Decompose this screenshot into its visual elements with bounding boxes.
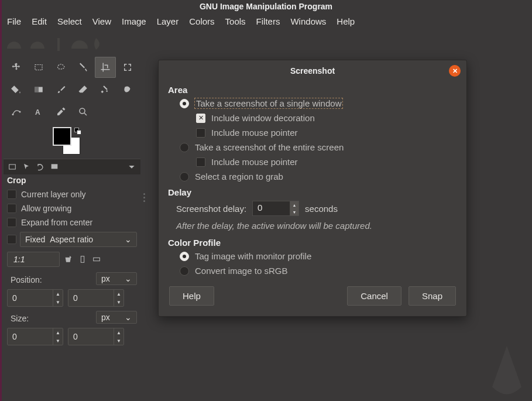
spin-up-icon[interactable]: ▲	[114, 290, 123, 298]
dock-menu-icon[interactable]	[126, 162, 137, 172]
tab-tool-options-icon[interactable]	[7, 162, 18, 172]
tool-unified-transform[interactable]	[117, 57, 138, 78]
close-button[interactable]: ✕	[449, 65, 461, 77]
opt-include-decoration[interactable]: ✕ Include window decoration	[159, 111, 466, 125]
size-unit-combo[interactable]: px ⌄	[96, 311, 137, 324]
tool-color-picker[interactable]	[50, 101, 71, 122]
menu-windows[interactable]: Windows	[290, 16, 326, 26]
size-h-spinner[interactable]: 0 ▲▼	[68, 328, 124, 345]
delay-label: Screenshot delay:	[176, 204, 246, 214]
position-y-value: 0	[68, 293, 114, 303]
help-button[interactable]: Help	[169, 286, 214, 306]
combo-fixed-mode: Aspect ratio	[50, 235, 93, 244]
menu-edit[interactable]: Edit	[32, 16, 47, 26]
spin-up-icon[interactable]: ▲	[290, 201, 298, 208]
opt-include-pointer-2[interactable]: Include mouse pointer	[159, 155, 466, 169]
svg-point-8	[80, 108, 85, 114]
spin-down-icon[interactable]: ▼	[53, 337, 63, 345]
tool-fuzzy-select[interactable]	[73, 57, 94, 78]
fg-color-swatch[interactable]	[54, 128, 70, 145]
opt-single-window[interactable]: Take a screenshot of a single window	[159, 96, 466, 111]
opt-select-region[interactable]: Select a region to grab	[159, 169, 466, 184]
clear-icon[interactable]	[63, 254, 74, 265]
opt-convert-srgb[interactable]: Convert image to sRGB	[159, 263, 466, 278]
size-w-spinner[interactable]: 0 ▲▼	[7, 328, 63, 345]
tool-paintbrush[interactable]	[50, 79, 71, 100]
snap-button[interactable]: Snap	[409, 286, 456, 306]
tool-clone[interactable]	[95, 79, 116, 100]
opt-include-pointer-1[interactable]: Include mouse pointer	[159, 125, 466, 140]
checkbox-icon[interactable]	[7, 190, 16, 199]
color-profile-heading: Color Profile	[159, 234, 466, 249]
tool-free-select[interactable]	[50, 57, 71, 78]
screenshot-dialog: Screenshot ✕ Area Take a screenshot of a…	[158, 60, 467, 317]
portrait-icon[interactable]	[77, 254, 88, 265]
delay-hint: After the delay, the active window will …	[159, 218, 466, 234]
tab-images-icon[interactable]	[49, 162, 60, 172]
tool-move[interactable]	[6, 57, 27, 78]
opt-fixed-checkbox[interactable]	[7, 235, 16, 244]
size-label: Size:	[7, 310, 92, 324]
spin-down-icon[interactable]: ▼	[53, 298, 63, 306]
checkbox-icon[interactable]	[196, 128, 205, 138]
menu-view[interactable]: View	[92, 16, 111, 26]
tool-rect-select[interactable]	[28, 57, 49, 78]
checkbox-icon[interactable]	[196, 157, 205, 167]
menu-help[interactable]: Help	[337, 16, 355, 26]
menu-colors[interactable]: Colors	[189, 16, 214, 26]
menu-select[interactable]: Select	[57, 16, 82, 26]
opt-select-region-label: Select a region to grab	[195, 172, 283, 181]
tool-paths[interactable]	[6, 101, 27, 122]
aspect-ratio-field[interactable]: 1:1	[7, 252, 60, 267]
cancel-button[interactable]: Cancel	[347, 286, 401, 306]
menu-tools[interactable]: Tools	[225, 16, 246, 26]
tool-smudge[interactable]	[117, 79, 138, 100]
spin-down-icon[interactable]: ▼	[114, 337, 123, 345]
swap-colors-icon[interactable]	[75, 128, 82, 135]
menu-layer[interactable]: Layer	[157, 16, 179, 26]
toolbox: A	[4, 56, 140, 124]
tab-undo-history-icon[interactable]	[35, 162, 46, 172]
svg-point-5	[12, 114, 14, 115]
tool-gradient[interactable]	[28, 79, 49, 100]
svg-rect-11	[81, 256, 84, 263]
opt-label: Allow growing	[21, 204, 71, 213]
radio-icon[interactable]	[180, 143, 189, 152]
radio-icon[interactable]	[180, 252, 189, 261]
tool-crop[interactable]	[95, 57, 116, 78]
panel-drag-grip[interactable]	[140, 31, 147, 347]
opt-current-layer-only[interactable]: Current layer only	[4, 187, 140, 201]
opt-expand-from-center[interactable]: Expand from center	[4, 215, 140, 229]
tool-eraser[interactable]	[73, 79, 94, 100]
menu-filters[interactable]: Filters	[256, 16, 280, 26]
spin-up-icon[interactable]: ▲	[114, 328, 123, 337]
tab-device-status-icon[interactable]	[21, 162, 32, 172]
checkbox-icon[interactable]	[7, 204, 16, 213]
opt-tag-monitor[interactable]: Tag image with monitor profile	[159, 249, 466, 263]
spin-down-icon[interactable]: ▼	[114, 298, 123, 306]
radio-icon[interactable]	[180, 99, 189, 108]
radio-icon[interactable]	[180, 266, 189, 276]
menu-file[interactable]: File	[7, 16, 21, 26]
position-unit-combo[interactable]: px ⌄	[96, 272, 137, 285]
checkbox-icon[interactable]: ✕	[196, 114, 205, 123]
spin-up-icon[interactable]: ▲	[53, 328, 63, 337]
opt-entire-screen[interactable]: Take a screenshot of the entire screen	[159, 140, 466, 155]
opt-single-window-label: Take a screenshot of a single window	[195, 98, 342, 108]
opt-allow-growing[interactable]: Allow growing	[4, 201, 140, 215]
checkbox-icon[interactable]	[7, 218, 16, 227]
spin-down-icon[interactable]: ▼	[290, 208, 298, 215]
opt-fixed-combo[interactable]: Fixed Aspect ratio ⌄	[20, 232, 137, 247]
tool-text[interactable]: A	[28, 101, 49, 122]
spin-up-icon[interactable]: ▲	[53, 290, 63, 298]
menu-image[interactable]: Image	[122, 16, 146, 26]
position-x-spinner[interactable]: 0 ▲▼	[7, 289, 63, 307]
aspect-ratio-value: 1:1	[13, 255, 25, 264]
landscape-icon[interactable]	[91, 254, 102, 265]
radio-icon[interactable]	[180, 172, 189, 181]
delay-spinner[interactable]: 0 ▲▼	[252, 201, 299, 216]
position-y-spinner[interactable]: 0 ▲▼	[68, 289, 124, 307]
color-swatches[interactable]	[54, 128, 84, 154]
tool-zoom[interactable]	[73, 101, 94, 122]
tool-bucket-fill[interactable]	[6, 79, 27, 100]
